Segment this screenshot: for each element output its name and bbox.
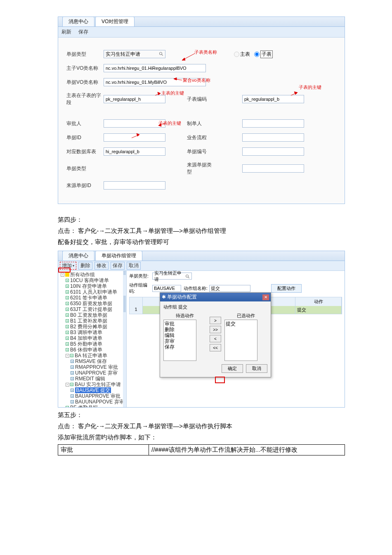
- dialog-group: 动作组 提交: [163, 304, 267, 310]
- mainvo-input[interactable]: [104, 64, 206, 72]
- srcbilltype-label: 来源单据类型: [187, 161, 216, 176]
- delete-button[interactable]: 删除: [78, 262, 92, 270]
- billtype-label: 单据类型: [66, 51, 104, 58]
- search-icon[interactable]: [185, 274, 190, 280]
- groupname-input[interactable]: [209, 285, 250, 292]
- tab-action-group[interactable]: 单据动作组管理: [95, 251, 142, 261]
- tree-item[interactable]: ≡RMEDIT 编辑: [59, 376, 125, 382]
- list-item[interactable]: 弃审: [165, 338, 195, 344]
- step4-line3: 配备好提交，审批，弃审等动作管理即可: [58, 236, 345, 247]
- available-list[interactable]: 审批删除编辑弃审保存: [163, 320, 196, 361]
- billtype-combo[interactable]: 实习生转正申请: [152, 273, 192, 280]
- selected-list[interactable]: 提交: [224, 320, 257, 361]
- refresh-button[interactable]: 刷新: [61, 29, 71, 35]
- list-item[interactable]: 提交: [226, 321, 256, 327]
- tree-item[interactable]: ≡6350 薪资发放单据: [59, 301, 125, 306]
- radio-sub[interactable]: 子表: [254, 50, 273, 58]
- tree-sidebar[interactable]: -所有动作组≡10CU 客商申请单≡10IN 存货申请单≡6101 人员入职申请…: [58, 271, 127, 407]
- script-table: 审批 //####该组件为单动作工作流解决开始...不能进行修改: [58, 444, 345, 455]
- form-content: 单据类型 实习生转正申请 主表 子表 主子VO类名称 单据VO类名称 主表在子表…: [58, 38, 345, 204]
- tab-message-center[interactable]: 消息中心: [62, 17, 94, 26]
- move-all-right-button[interactable]: >>: [210, 326, 221, 333]
- billvo-label: 单据VO类名称: [66, 79, 104, 86]
- move-right-button[interactable]: >: [210, 317, 221, 324]
- billtype-value: 实习生转正申请: [106, 51, 140, 58]
- tree-item[interactable]: -≡BAU 实习生转正申请: [59, 382, 125, 387]
- list-item[interactable]: 审批: [165, 321, 195, 327]
- tree-item[interactable]: ≡B5 外勤申请单: [59, 341, 125, 347]
- ok-button[interactable]: 确定: [222, 364, 243, 373]
- dialog-titlebar[interactable]: ✱ 单据动作配置 ✕: [160, 293, 271, 301]
- cancel-button[interactable]: 取消: [127, 262, 141, 270]
- dbtable-input[interactable]: [104, 147, 165, 156]
- step5-line3: 添加审批流所需旳动作脚本，如下：: [58, 432, 345, 443]
- tree-item[interactable]: ≡63JT 工资计提单据: [59, 306, 125, 312]
- tree-item[interactable]: ≡B2 费用分摊单据: [59, 324, 125, 330]
- tree-item[interactable]: ≡6101 人员入职申请单: [59, 289, 125, 295]
- tree-item[interactable]: ≡10CU 客商申请单: [59, 278, 125, 283]
- tree-item[interactable]: ≡BAUAPPROVE 审批: [59, 393, 125, 399]
- radio-main[interactable]: 主表: [234, 51, 250, 58]
- dbtable-label: 对应数据库表: [66, 148, 104, 155]
- action-group-panel: 消息中心 单据动作组管理 增加▾ 删除 修改 保存 取消 -所有动作组≡10CU…: [58, 251, 345, 408]
- tree-item[interactable]: ≡10IN 存货申请单: [59, 283, 125, 289]
- tree-item[interactable]: -≡BA 转正申请单: [59, 353, 125, 358]
- list-item[interactable]: 保存: [165, 344, 195, 350]
- tree-item[interactable]: ≡6201 签卡申请单: [59, 295, 125, 301]
- srcbillid-input[interactable]: [104, 181, 165, 190]
- close-icon[interactable]: ✕: [262, 294, 269, 300]
- tree-item[interactable]: ≡B3 调班申请单: [59, 330, 125, 335]
- tree-item[interactable]: ≡B4 加班申请单: [59, 335, 125, 341]
- list-item[interactable]: 删除: [165, 327, 195, 332]
- billno-label: 单据编号: [187, 148, 216, 155]
- bizflow-input[interactable]: [242, 133, 304, 142]
- maker-label: 制单人: [187, 120, 216, 127]
- tree-item[interactable]: ≡BAUUNAPPOVE 弃审: [59, 399, 125, 405]
- tree-item[interactable]: ≡RMAPPROVE 审批: [59, 364, 125, 370]
- billid-input[interactable]: [104, 133, 165, 142]
- modify-button[interactable]: 修改: [94, 262, 109, 270]
- search-icon[interactable]: [159, 52, 164, 58]
- billtype2-label: 单据类型: [66, 165, 104, 172]
- scrollbar[interactable]: [123, 271, 126, 407]
- save-button[interactable]: 保存: [78, 29, 88, 35]
- list-item[interactable]: 编辑: [165, 332, 195, 338]
- tree-item[interactable]: ≡B0 工资发放单据: [59, 312, 125, 318]
- table-type-radio-group: 主表 子表: [234, 50, 273, 58]
- script-name-cell: 审批: [58, 445, 149, 455]
- groupcode-input[interactable]: [152, 285, 181, 292]
- subcode-label: 子表编码: [187, 96, 216, 103]
- move-all-left-button[interactable]: <<: [210, 344, 221, 351]
- cancel-button-2[interactable]: 取消: [246, 364, 267, 373]
- toolbar-2: 增加▾ 删除 修改 保存 取消: [58, 261, 345, 271]
- billvo-input[interactable]: [104, 78, 206, 86]
- svg-point-14: [186, 275, 189, 278]
- doc-step5: 第五步： 点击： 客户化-→二次开发工具→单据管理—>单据动作执行脚本 添加审批…: [58, 409, 345, 443]
- srcbilltype-input[interactable]: [242, 164, 304, 173]
- script-comment-cell: //####该组件为单动作工作流解决开始...不能进行修改: [149, 445, 345, 455]
- tree-item[interactable]: ≡BF 考勤月报: [59, 405, 125, 407]
- bizflow-label: 业务流程: [187, 134, 216, 141]
- config-action-button[interactable]: 配置动作: [271, 284, 302, 293]
- svg-point-0: [160, 52, 162, 55]
- vo-mapping-panel: 消息中心 VO对照管理 刷新 保存 单据类型 实习生转正申请 主表 子表 主子V…: [58, 17, 345, 204]
- step5-title: 第五步：: [58, 409, 345, 420]
- tree-item[interactable]: -所有动作组: [59, 272, 125, 278]
- maker-input[interactable]: [242, 119, 304, 128]
- tree-item[interactable]: ≡BAUSAVE 提交: [59, 387, 125, 393]
- tree-item[interactable]: ≡B6 休假申请单: [59, 347, 125, 353]
- subcode-input[interactable]: [242, 95, 304, 103]
- approver-input[interactable]: [104, 119, 165, 128]
- mainfield-input[interactable]: [104, 95, 165, 103]
- tree-item[interactable]: ≡UNAPPROVE 弃审: [59, 370, 125, 376]
- tree-item[interactable]: ≡B1 工资补发单据: [59, 318, 125, 324]
- tree-item[interactable]: ≡RMSAVE 保存: [59, 358, 125, 364]
- billtype-label-2: 单据类型:: [129, 273, 152, 279]
- th-action: 动作: [295, 297, 342, 306]
- save-button-2[interactable]: 保存: [111, 262, 125, 270]
- billtype-input[interactable]: 实习生转正申请: [104, 50, 165, 58]
- move-left-button[interactable]: <: [210, 335, 221, 342]
- tab-message-center-2[interactable]: 消息中心: [62, 251, 94, 261]
- tab-vo-mapping[interactable]: VO对照管理: [95, 17, 135, 26]
- billno-input[interactable]: [242, 147, 304, 156]
